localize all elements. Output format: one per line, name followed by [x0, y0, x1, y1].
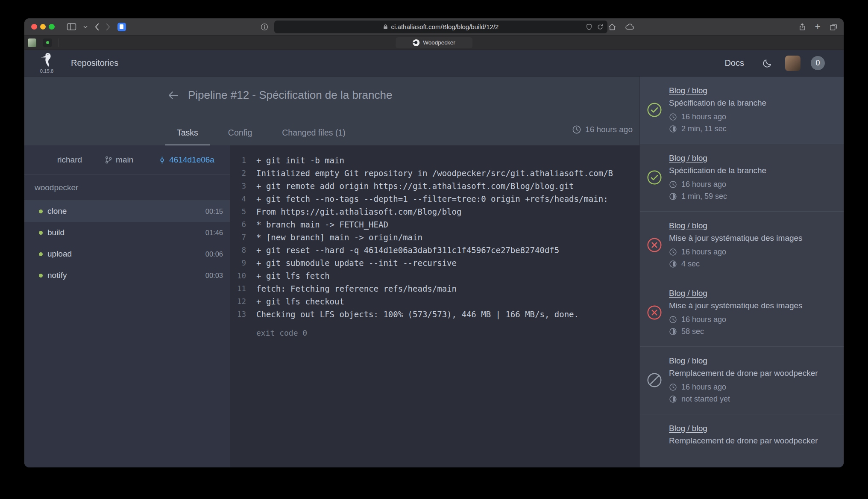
theme-toggle-moon-icon[interactable]: [762, 58, 772, 68]
woodpecker-app: 0.15.8 Repositories Docs 0: [24, 50, 844, 467]
back-button-pipeline[interactable]: [167, 91, 179, 100]
minimize-button[interactable]: [40, 24, 46, 30]
log-line: 2 Initialized empty Git repository in /w…: [230, 167, 639, 180]
step-list: clone 00:15 build 01:46 upload 00:06 not…: [24, 201, 230, 286]
log-line-number: 12: [230, 295, 246, 308]
commit-icon: [158, 156, 166, 164]
step-item[interactable]: notify 00:03: [24, 265, 230, 286]
log-line: 1 + git init -b main: [230, 154, 639, 167]
log-line-text: * [new branch] main -> origin/main: [256, 231, 422, 244]
log-line-number: 8: [230, 244, 246, 257]
pipeline-repo-link[interactable]: Blog / blog: [669, 424, 707, 433]
back-button[interactable]: [94, 23, 99, 31]
commit-author-name: richard: [57, 155, 82, 165]
log-line-text: + git submodule update --init --recursiv…: [256, 257, 457, 269]
log-lines: 1 + git init -b main 2 Initialized empty…: [230, 154, 639, 321]
active-browser-tab[interactable]: Woodpecker: [396, 37, 472, 48]
clock-icon: [669, 248, 677, 256]
tab-tasks[interactable]: Tasks: [165, 124, 210, 145]
tab-overview-button[interactable]: [829, 23, 838, 31]
pipeline-card[interactable]: Blog / blog Remplacement de drone par wo…: [640, 347, 844, 414]
pipeline-time: 16 hours ago: [669, 248, 836, 257]
pipeline-card[interactable]: Blog / blog Mise à jour systématique des…: [640, 212, 844, 279]
woodpecker-logo[interactable]: 0.15.8: [40, 52, 54, 74]
step-item[interactable]: clone 00:15: [24, 201, 230, 222]
pipeline-card[interactable]: Blog / blog Spécification de la branche …: [640, 77, 844, 144]
sidebar-chevron-icon[interactable]: [83, 26, 88, 28]
close-button[interactable]: [31, 24, 37, 30]
address-bar[interactable]: ci.athaliasoft.com/Blog/blog/build/12/2: [274, 21, 607, 33]
start-page-icon[interactable]: [117, 23, 126, 31]
pipeline-tabs: Tasks Config Changed files (1): [165, 124, 357, 145]
pipeline-card[interactable]: Blog / blog Remplacement de drone par wo…: [640, 414, 844, 456]
tabbar-separator: [59, 38, 59, 47]
commit-row: richard main: [24, 145, 230, 175]
pipeline-time-text: 16 hours ago: [681, 180, 726, 189]
pinned-tab-2[interactable]: [43, 38, 52, 47]
commit-hash-link[interactable]: 4614d1e06a: [169, 155, 214, 165]
log-line: 12 + git lfs checkout: [230, 295, 639, 308]
forward-button[interactable]: [106, 23, 111, 31]
pipeline-created-time: 16 hours ago: [572, 125, 633, 134]
clock-icon: [669, 180, 677, 189]
lock-icon: [383, 24, 388, 30]
pipeline-repo-link[interactable]: Blog / blog: [669, 221, 707, 230]
step-item[interactable]: build 01:46: [24, 222, 230, 243]
pipeline-card[interactable]: Blog / blog Spécification de la branche …: [640, 144, 844, 212]
nav-repositories[interactable]: Repositories: [71, 58, 118, 68]
pipeline-duration: 4 sec: [669, 260, 836, 269]
status-success-icon: [647, 170, 662, 185]
docs-link[interactable]: Docs: [724, 58, 744, 68]
notification-badge[interactable]: 0: [811, 56, 825, 70]
pipeline-list-sidebar: Blog / blog Spécification de la branche …: [639, 77, 844, 467]
log-line: 4 + git fetch --no-tags --depth=1 --filt…: [230, 192, 639, 205]
pipeline-duration-text: 58 sec: [681, 327, 704, 336]
log-line-number: 4: [230, 192, 246, 205]
pipeline-repo-link[interactable]: Blog / blog: [669, 356, 707, 366]
icloud-tabs-button[interactable]: [625, 24, 634, 30]
tab-changed-files[interactable]: Changed files (1): [270, 124, 357, 145]
sidebar-toggle-button[interactable]: [67, 23, 76, 31]
privacy-shield-icon[interactable]: [586, 24, 592, 30]
step-duration: 00:15: [205, 207, 223, 216]
pipeline-time-text: 16 hours ago: [681, 383, 726, 392]
log-line-number: 10: [230, 269, 246, 282]
pipeline-repo-link[interactable]: Blog / blog: [669, 86, 707, 95]
url-text: ci.athaliasoft.com/Blog/blog/build/12/2: [391, 23, 499, 30]
workflow-name: woodpecker: [24, 175, 230, 201]
user-avatar[interactable]: [785, 56, 801, 71]
log-line-text: Initialized empty Git repository in /woo…: [256, 167, 613, 180]
duration-icon: [669, 125, 677, 133]
step-status-dot: [39, 274, 43, 278]
home-button[interactable]: [608, 23, 616, 31]
page-info-button[interactable]: [261, 23, 268, 31]
pipeline-repo-link[interactable]: Blog / blog: [669, 289, 707, 298]
pipeline-repo-link[interactable]: Blog / blog: [669, 154, 707, 163]
tab-config[interactable]: Config: [217, 124, 264, 145]
version-label: 0.15.8: [40, 69, 54, 74]
pipeline-message: Mise à jour systématique des images: [669, 301, 836, 310]
pinned-tab-1[interactable]: [28, 38, 36, 47]
clock-icon: [669, 113, 677, 121]
browser-tab-title: Woodpecker: [423, 39, 455, 46]
pipeline-duration-text: 4 sec: [681, 260, 700, 269]
step-status-dot: [39, 252, 43, 256]
log-line: 8 + git reset --hard -q 4614d1e06a3dabf3…: [230, 244, 639, 257]
pipeline-duration: 2 min, 11 sec: [669, 124, 836, 133]
reload-button[interactable]: [597, 24, 604, 30]
pipeline-message: Remplacement de drone par woodpecker: [669, 436, 836, 446]
status-success-icon: [647, 102, 662, 118]
zoom-button[interactable]: [49, 24, 55, 30]
log-line: 6 * branch main -> FETCH_HEAD: [230, 218, 639, 231]
pipeline-card[interactable]: Blog / blog Mise à jour systématique des…: [640, 279, 844, 347]
pipeline-time-text: 16 hours ago: [681, 315, 726, 324]
pipeline-duration-text: 1 min, 59 sec: [681, 192, 727, 201]
browser-tabbar: Woodpecker: [24, 35, 844, 50]
clock-icon: [669, 316, 677, 324]
step-name: upload: [47, 249, 205, 259]
pipeline-duration-text: not started yet: [681, 395, 730, 404]
new-tab-button[interactable]: +: [815, 22, 821, 32]
step-item[interactable]: upload 00:06: [24, 243, 230, 265]
log-line-text: + git lfs checkout: [256, 295, 344, 308]
share-button[interactable]: [798, 23, 806, 31]
